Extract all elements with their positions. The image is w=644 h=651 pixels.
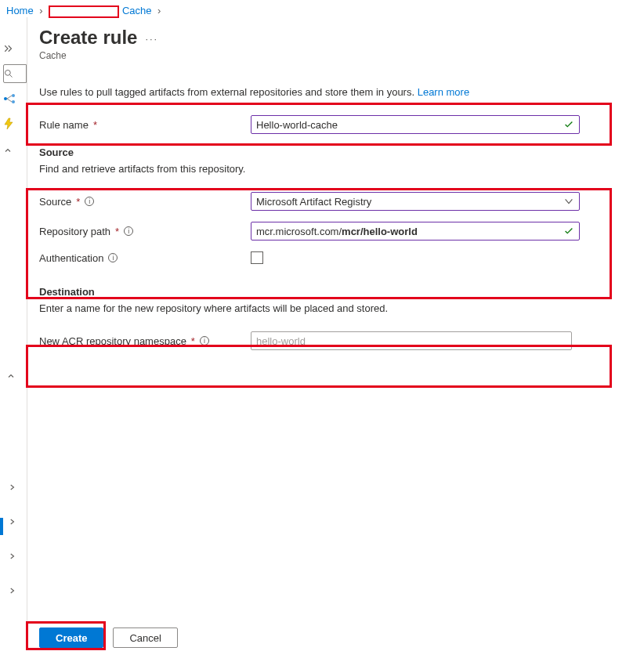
nav-expand-1[interactable] xyxy=(3,141,27,160)
namespace-value: hello-world xyxy=(256,335,306,347)
cancel-button[interactable]: Cancel xyxy=(113,627,177,648)
source-select[interactable]: Microsoft Artifact Registry xyxy=(251,192,580,211)
svg-point-0 xyxy=(5,71,11,76)
source-description: Find and retrieve artifacts from this re… xyxy=(39,163,619,175)
learn-more-link[interactable]: Learn more xyxy=(418,86,469,98)
namespace-input[interactable]: hello-world xyxy=(251,331,572,350)
required-asterisk: * xyxy=(191,335,195,347)
svg-point-2 xyxy=(4,97,7,100)
svg-line-1 xyxy=(10,75,13,78)
required-asterisk: * xyxy=(115,226,119,237)
destination-description: Enter a name for the new repository wher… xyxy=(39,302,619,314)
page-subtitle: Cache xyxy=(39,50,619,61)
page-title: Create rule xyxy=(39,27,137,49)
check-icon xyxy=(563,226,574,239)
chevron-right-icon: › xyxy=(39,5,42,16)
left-nav-rail xyxy=(0,36,25,631)
rule-name-input[interactable]: Hello-world-cache xyxy=(251,115,580,134)
nav-chevron-b[interactable] xyxy=(8,512,31,531)
breadcrumb-redacted xyxy=(49,5,119,18)
nav-search-button[interactable] xyxy=(3,64,27,83)
source-heading: Source xyxy=(39,146,619,158)
nav-item-network[interactable] xyxy=(3,89,27,108)
svg-line-5 xyxy=(7,96,12,99)
required-asterisk: * xyxy=(76,196,80,208)
source-label: Source xyxy=(39,196,71,208)
breadcrumb-home[interactable]: Home xyxy=(6,5,34,16)
collapse-nav-button[interactable] xyxy=(3,39,27,58)
svg-point-3 xyxy=(12,94,15,97)
svg-line-6 xyxy=(7,99,12,102)
more-actions-button[interactable]: ··· xyxy=(145,33,158,45)
authentication-label: Authentication xyxy=(39,252,103,264)
check-icon xyxy=(563,119,574,132)
repo-path-input[interactable]: mcr.microsoft.com/mcr/hello-world xyxy=(251,222,580,241)
rule-name-value: Hello-world-cache xyxy=(256,119,338,131)
info-icon[interactable]: i xyxy=(108,253,118,262)
required-asterisk: * xyxy=(93,119,97,131)
chevron-right-icon: › xyxy=(157,5,161,16)
intro-text: Use rules to pull tagged artifacts from … xyxy=(39,86,619,98)
chevron-down-icon xyxy=(563,196,574,209)
namespace-label: New ACR repository namespace xyxy=(39,335,186,347)
intro-text-body: Use rules to pull tagged artifacts from … xyxy=(39,86,418,98)
info-icon[interactable]: i xyxy=(200,336,209,345)
create-rule-panel: Create rule ··· Cache Use rules to pull … xyxy=(39,22,619,350)
destination-heading: Destination xyxy=(39,286,619,298)
repo-path-prefix: mcr.microsoft.com/ xyxy=(256,226,342,237)
info-icon[interactable]: i xyxy=(124,226,133,236)
breadcrumb: Home › Cache › xyxy=(0,0,644,18)
breadcrumb-cache[interactable]: Cache xyxy=(122,5,152,16)
footer-actions: Create Cancel xyxy=(39,627,178,648)
nav-chevron-a[interactable] xyxy=(8,478,31,497)
rule-name-label: Rule name xyxy=(39,119,89,131)
svg-point-4 xyxy=(12,100,15,103)
repo-path-bold: mcr/hello-world xyxy=(342,226,418,237)
create-button[interactable]: Create xyxy=(39,627,103,648)
nav-chevron-c[interactable] xyxy=(8,547,31,566)
annotation-box-destination xyxy=(26,345,612,388)
nav-item-events[interactable] xyxy=(3,114,27,133)
repo-path-label: Repository path xyxy=(39,226,110,237)
nav-chevron-d[interactable] xyxy=(8,581,31,600)
source-select-value: Microsoft Artifact Registry xyxy=(256,196,371,208)
panel-separator xyxy=(27,17,27,644)
authentication-checkbox[interactable] xyxy=(251,251,263,264)
info-icon[interactable]: i xyxy=(85,197,94,206)
